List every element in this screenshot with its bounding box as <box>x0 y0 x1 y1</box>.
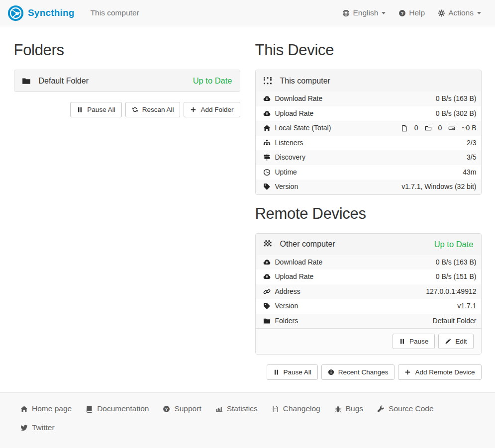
cloud-upload-icon <box>263 273 271 280</box>
table-row: Listeners 2/3 <box>256 136 481 151</box>
row-label: Version <box>275 182 298 192</box>
footer-link-bugs[interactable]: Bugs <box>327 399 370 418</box>
button-label: Pause All <box>87 105 115 114</box>
navbar-device-name: This computer <box>91 8 139 17</box>
question-circle-icon <box>398 9 406 17</box>
footer-link-changelog[interactable]: Changelog <box>265 399 327 418</box>
table-row: Address 127.0.0.1:49912 <box>256 284 481 299</box>
footer-link-home-page[interactable]: Home page <box>13 399 79 418</box>
row-label: Listeners <box>275 138 303 148</box>
question-circle-icon <box>163 405 170 413</box>
main-content: Folders Default Folder Up to Date Pause … <box>6 26 489 381</box>
pause-all-devices-button[interactable]: Pause All <box>267 364 318 380</box>
brand-name: Syncthing <box>28 7 75 18</box>
recent-changes-button[interactable]: Recent Changes <box>321 364 395 380</box>
row-label: Version <box>275 301 298 311</box>
row-value: v1.7.1, Windows (32 bit) <box>401 182 476 192</box>
remote-device-table: Download Rate 0 B/s (163 B) Upload Rate … <box>256 255 481 329</box>
button-label: Rescan All <box>142 105 174 114</box>
footer: Home page Documentation Support Statisti… <box>0 392 495 448</box>
twitter-icon <box>20 424 28 432</box>
add-remote-device-button[interactable]: Add Remote Device <box>398 364 481 380</box>
language-menu[interactable]: English <box>336 1 392 25</box>
pencil-icon <box>445 338 451 345</box>
table-row: Folders Default Folder <box>256 314 481 329</box>
table-row: Download Rate 0 B/s (163 B) <box>256 255 481 270</box>
hdd-icon <box>448 125 455 132</box>
rescan-all-button[interactable]: Rescan All <box>125 102 181 117</box>
table-row: Upload Rate 0 B/s (151 B) <box>256 269 481 284</box>
footer-links-row2: Twitter <box>13 418 482 437</box>
plus-icon <box>404 369 411 375</box>
folder-icon <box>22 77 31 86</box>
cloud-download-icon <box>263 95 271 102</box>
footer-link-twitter[interactable]: Twitter <box>13 418 62 437</box>
footer-link-label: Statistics <box>227 404 258 413</box>
table-row: Uptime 43m <box>256 165 481 180</box>
home-icon <box>20 405 28 413</box>
row-label: Download Rate <box>275 94 323 104</box>
help-menu-label: Help <box>409 8 425 17</box>
cloud-download-icon <box>263 259 271 266</box>
remote-device-panel-header[interactable]: Other computer Up to Date <box>256 234 481 255</box>
pause-icon <box>273 369 280 375</box>
cloud-upload-icon <box>263 110 271 117</box>
pause-icon <box>399 338 405 345</box>
local-state-values: 0 0 ~0 B <box>401 123 477 133</box>
pause-device-button[interactable]: Pause <box>393 334 435 349</box>
table-row: Discovery 3/5 <box>256 150 481 165</box>
clock-icon <box>263 169 271 176</box>
total-size: ~0 B <box>462 123 476 133</box>
row-label: Upload Rate <box>275 272 314 282</box>
actions-menu[interactable]: Actions <box>431 1 488 25</box>
tag-icon <box>263 183 271 190</box>
remote-device-panel: Other computer Up to Date Download Rate … <box>255 233 482 355</box>
remote-device-name: Other computer <box>280 240 428 249</box>
footer-link-label: Twitter <box>32 423 55 432</box>
wrench-icon <box>377 405 385 413</box>
directories-count: 0 <box>438 123 442 133</box>
row-value: 127.0.0.1:49912 <box>426 287 476 297</box>
this-device-panel-header[interactable]: This computer <box>256 70 481 91</box>
footer-link-support[interactable]: Support <box>156 399 208 418</box>
edit-device-button[interactable]: Edit <box>438 334 473 349</box>
row-value: 0 B/s (163 B) <box>436 94 477 104</box>
pause-icon <box>77 106 83 113</box>
row-label: Local State (Total) <box>275 123 331 133</box>
row-value: 0 B/s (151 B) <box>436 272 477 282</box>
table-row: Upload Rate 0 B/s (302 B) <box>256 106 481 121</box>
folder-name: Default Folder <box>39 77 187 86</box>
changelog-icon <box>272 405 279 413</box>
files-count: 0 <box>414 123 418 133</box>
chevron-down-icon <box>382 12 386 14</box>
table-row: Version v1.7.1, Windows (32 bit) <box>256 179 481 194</box>
syncthing-brand[interactable]: Syncthing <box>7 5 75 21</box>
navbar: Syncthing This computer English Help Act… <box>0 0 495 26</box>
help-menu[interactable]: Help <box>392 1 431 25</box>
button-label: Pause All <box>284 368 311 376</box>
link-icon <box>263 288 271 295</box>
folder-panel-header[interactable]: Default Folder Up to Date <box>14 70 240 91</box>
footer-link-statistics[interactable]: Statistics <box>208 399 265 418</box>
row-label: Upload Rate <box>275 109 314 119</box>
this-device-name: This computer <box>280 77 474 86</box>
bar-chart-icon <box>215 405 223 413</box>
row-value: 0 B/s (163 B) <box>436 258 477 268</box>
row-value: 43m <box>463 168 476 178</box>
row-label: Uptime <box>275 168 297 178</box>
add-folder-button[interactable]: Add Folder <box>184 102 240 117</box>
footer-link-source-code[interactable]: Source Code <box>370 399 440 418</box>
footer-link-label: Changelog <box>283 404 320 413</box>
table-row: Download Rate 0 B/s (163 B) <box>256 91 481 106</box>
plus-icon <box>190 106 197 113</box>
button-label: Pause <box>409 337 428 346</box>
map-signs-icon <box>263 154 271 161</box>
info-circle-icon <box>328 369 334 375</box>
footer-link-documentation[interactable]: Documentation <box>79 399 156 418</box>
remote-devices-title: Remote Devices <box>255 205 482 223</box>
button-label: Add Folder <box>200 105 233 114</box>
pause-all-folders-button[interactable]: Pause All <box>70 102 121 117</box>
this-device-panel: This computer Download Rate 0 B/s (163 B… <box>255 70 482 195</box>
chevron-down-icon <box>477 12 481 14</box>
this-device-title: This Device <box>255 41 482 59</box>
